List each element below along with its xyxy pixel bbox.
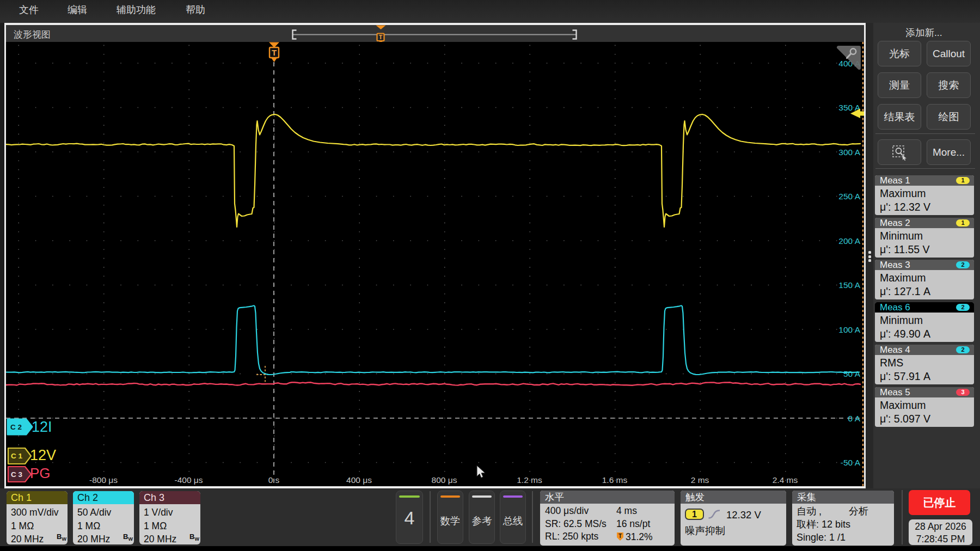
svg-text:-400 μs: -400 μs <box>174 475 203 485</box>
svg-text:300 A: 300 A <box>838 148 860 157</box>
svg-text:100 A: 100 A <box>838 325 860 334</box>
svg-text:250 A: 250 A <box>838 192 860 201</box>
svg-text:2 ms: 2 ms <box>691 475 709 485</box>
svg-text:T: T <box>379 34 383 40</box>
svg-text:C 2: C 2 <box>10 423 22 431</box>
svg-text:C 1: C 1 <box>11 452 23 460</box>
svg-text:0 A: 0 A <box>848 414 861 423</box>
svg-text:1.2 ms: 1.2 ms <box>517 475 542 485</box>
svg-text:2.4 ms: 2.4 ms <box>773 475 798 485</box>
svg-text:12V: 12V <box>30 447 56 463</box>
svg-text:200 A: 200 A <box>838 236 860 246</box>
svg-text:50 A: 50 A <box>843 369 861 378</box>
svg-text:12I: 12I <box>32 419 52 435</box>
svg-text:-800 μs: -800 μs <box>89 475 118 485</box>
svg-text:T: T <box>272 48 277 57</box>
svg-text:T: T <box>618 533 622 539</box>
svg-text:PG: PG <box>30 465 51 481</box>
svg-text:C 3: C 3 <box>11 470 23 479</box>
svg-text:-50 A: -50 A <box>841 458 861 467</box>
svg-text:400 μs: 400 μs <box>346 475 372 485</box>
svg-text:800 μs: 800 μs <box>432 475 457 485</box>
svg-text:0 s: 0 s <box>268 475 280 485</box>
svg-text:1.6 ms: 1.6 ms <box>602 475 628 485</box>
svg-text:150 A: 150 A <box>838 280 860 290</box>
